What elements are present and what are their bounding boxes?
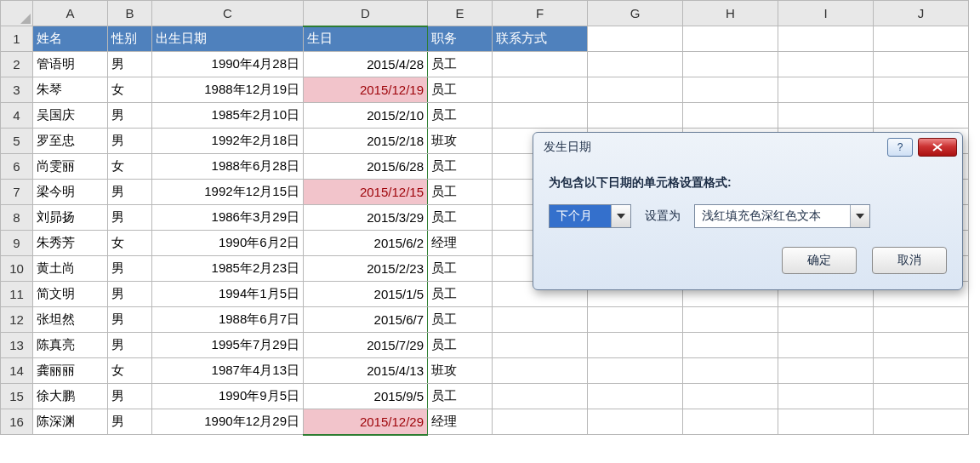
row-header-2[interactable]: 2 [1, 52, 33, 77]
cell-C6[interactable]: 1988年6月28日 [152, 154, 304, 180]
cell-X16[interactable] [874, 409, 969, 435]
col-header-C[interactable]: C [152, 1, 304, 26]
cell-E9[interactable]: 经理 [428, 231, 493, 256]
cell-C15[interactable]: 1990年9月5日 [152, 384, 304, 409]
cell-B12[interactable]: 男 [108, 307, 152, 333]
header-cell-F[interactable]: 联系方式 [493, 26, 588, 52]
cell-B6[interactable]: 女 [108, 154, 152, 180]
header-cell-D[interactable]: 生日 [304, 26, 428, 52]
cell-X16[interactable] [778, 409, 874, 435]
cell-B10[interactable]: 男 [108, 256, 152, 282]
cell-E6[interactable]: 员工 [428, 154, 493, 180]
cell-X2[interactable] [778, 52, 874, 77]
cell-B5[interactable]: 男 [108, 129, 152, 154]
cell-A6[interactable]: 尚雯丽 [33, 154, 108, 180]
cell-X2[interactable] [683, 52, 778, 77]
cell-B15[interactable]: 男 [108, 384, 152, 409]
select-all-corner[interactable] [1, 1, 33, 26]
cell-D8[interactable]: 2015/3/29 [304, 205, 428, 231]
cell-B4[interactable]: 男 [108, 103, 152, 129]
cell-D5[interactable]: 2015/2/18 [304, 129, 428, 154]
cell-D16[interactable]: 2015/12/29 [304, 409, 428, 435]
cell-D6[interactable]: 2015/6/28 [304, 154, 428, 180]
row-header-1[interactable]: 1 [1, 26, 33, 52]
cell-empty[interactable] [588, 26, 683, 52]
cell-B9[interactable]: 女 [108, 231, 152, 256]
header-cell-C[interactable]: 出生日期 [152, 26, 304, 52]
cell-X3[interactable] [778, 77, 874, 103]
row-header-6[interactable]: 6 [1, 154, 33, 180]
header-cell-B[interactable]: 性别 [108, 26, 152, 52]
cell-A4[interactable]: 吴国庆 [33, 103, 108, 129]
cell-X13[interactable] [778, 333, 874, 358]
cell-C10[interactable]: 1985年2月23日 [152, 256, 304, 282]
col-header-F[interactable]: F [493, 1, 588, 26]
cell-X4[interactable] [683, 103, 778, 129]
cell-A3[interactable]: 朱琴 [33, 77, 108, 103]
col-header-E[interactable]: E [428, 1, 493, 26]
cell-D11[interactable]: 2015/1/5 [304, 282, 428, 307]
cell-F16[interactable] [493, 409, 588, 435]
cell-A9[interactable]: 朱秀芳 [33, 231, 108, 256]
cell-B8[interactable]: 男 [108, 205, 152, 231]
row-header-8[interactable]: 8 [1, 205, 33, 231]
cell-B3[interactable]: 女 [108, 77, 152, 103]
cell-C16[interactable]: 1990年12月29日 [152, 409, 304, 435]
cell-E8[interactable]: 员工 [428, 205, 493, 231]
cell-empty[interactable] [683, 26, 778, 52]
cell-X15[interactable] [874, 384, 969, 409]
cell-E7[interactable]: 员工 [428, 180, 493, 205]
cell-B11[interactable]: 男 [108, 282, 152, 307]
cell-E14[interactable]: 班攻 [428, 358, 493, 384]
dialog-titlebar[interactable]: 发生日期 ? [533, 133, 962, 162]
col-header-I[interactable]: I [778, 1, 874, 26]
ok-button[interactable]: 确定 [782, 247, 857, 274]
cell-A14[interactable]: 龚丽丽 [33, 358, 108, 384]
cell-X13[interactable] [683, 333, 778, 358]
row-header-5[interactable]: 5 [1, 129, 33, 154]
cell-X12[interactable] [588, 307, 683, 333]
cell-X2[interactable] [874, 52, 969, 77]
format-dropdown[interactable]: 浅红填充色深红色文本 [694, 204, 870, 228]
cell-B14[interactable]: 女 [108, 358, 152, 384]
cell-E16[interactable]: 经理 [428, 409, 493, 435]
cell-X12[interactable] [874, 307, 969, 333]
cell-X14[interactable] [683, 358, 778, 384]
cell-C14[interactable]: 1987年4月13日 [152, 358, 304, 384]
cell-B2[interactable]: 男 [108, 52, 152, 77]
row-header-4[interactable]: 4 [1, 103, 33, 129]
cell-E15[interactable]: 员工 [428, 384, 493, 409]
cell-B16[interactable]: 男 [108, 409, 152, 435]
cell-B13[interactable]: 男 [108, 333, 152, 358]
cell-X14[interactable] [778, 358, 874, 384]
cell-F14[interactable] [493, 358, 588, 384]
cell-D2[interactable]: 2015/4/28 [304, 52, 428, 77]
col-header-G[interactable]: G [588, 1, 683, 26]
row-header-12[interactable]: 12 [1, 307, 33, 333]
cell-X15[interactable] [778, 384, 874, 409]
cell-A16[interactable]: 陈深渊 [33, 409, 108, 435]
cell-X15[interactable] [683, 384, 778, 409]
cell-B7[interactable]: 男 [108, 180, 152, 205]
cell-A2[interactable]: 管语明 [33, 52, 108, 77]
cell-E2[interactable]: 员工 [428, 52, 493, 77]
row-header-9[interactable]: 9 [1, 231, 33, 256]
cell-X13[interactable] [588, 333, 683, 358]
cell-X13[interactable] [874, 333, 969, 358]
cell-empty[interactable] [778, 26, 874, 52]
row-header-11[interactable]: 11 [1, 282, 33, 307]
cell-F4[interactable] [493, 103, 588, 129]
cell-D14[interactable]: 2015/4/13 [304, 358, 428, 384]
cell-D7[interactable]: 2015/12/15 [304, 180, 428, 205]
row-header-15[interactable]: 15 [1, 384, 33, 409]
cell-E10[interactable]: 员工 [428, 256, 493, 282]
cell-C3[interactable]: 1988年12月19日 [152, 77, 304, 103]
cell-X15[interactable] [588, 384, 683, 409]
row-header-16[interactable]: 16 [1, 409, 33, 435]
cell-A8[interactable]: 刘昴扬 [33, 205, 108, 231]
cell-E13[interactable]: 员工 [428, 333, 493, 358]
cell-D9[interactable]: 2015/6/2 [304, 231, 428, 256]
cell-C4[interactable]: 1985年2月10日 [152, 103, 304, 129]
cell-X4[interactable] [778, 103, 874, 129]
cell-A12[interactable]: 张坦然 [33, 307, 108, 333]
